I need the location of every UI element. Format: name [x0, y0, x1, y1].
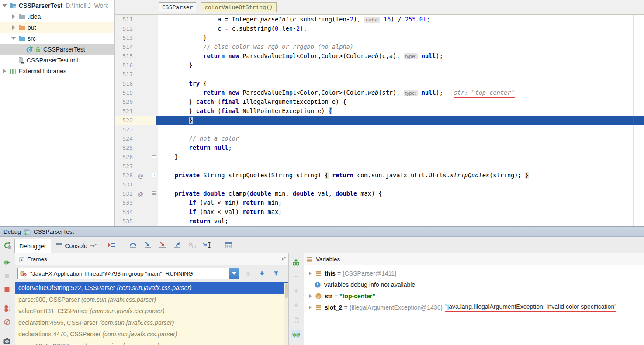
- editor-gutter[interactable]: 531: [115, 180, 158, 189]
- move-down-button[interactable]: [291, 301, 301, 310]
- editor-gutter[interactable]: 528@+: [115, 171, 158, 180]
- code-line[interactable]: 518 try {: [115, 79, 644, 88]
- code-line[interactable]: 512 c = c.substring(0,len-2);: [115, 24, 644, 33]
- tree-item-external-libraries[interactable]: External Libraries: [0, 66, 114, 76]
- code-line[interactable]: 515 return new ParsedValueImpl<Color,Col…: [115, 52, 644, 61]
- thread-dropdown-button[interactable]: [229, 268, 239, 279]
- code-line[interactable]: 513 }: [115, 33, 644, 42]
- view-breakpoints-button[interactable]: [2, 304, 12, 313]
- editor-gutter[interactable]: 525: [115, 143, 158, 152]
- variable-expand-arrow-icon[interactable]: [309, 271, 312, 276]
- editor-gutter[interactable]: 534: [115, 207, 158, 217]
- code-line[interactable]: 532@ private double clamp(double min, do…: [115, 189, 644, 198]
- code-line[interactable]: 520 } catch (final IllegalArgumentExcept…: [115, 97, 644, 107]
- variable-expand-arrow-icon[interactable]: [309, 305, 312, 310]
- code-line[interactable]: 535 return val;: [115, 217, 644, 226]
- step-out-button[interactable]: [172, 241, 183, 249]
- tree-expand-arrow-icon[interactable]: [3, 4, 7, 7]
- tree-item-cssparsertest-iml[interactable]: CSSParserTest.iml: [0, 55, 114, 66]
- tree-expand-arrow-icon[interactable]: [12, 14, 15, 19]
- frame-row[interactable]: declaration:4555, CSSParser(com.sun.java…: [15, 317, 288, 329]
- editor-gutter[interactable]: 514: [115, 42, 158, 52]
- code-line[interactable]: 516 }: [115, 61, 644, 70]
- frame-filter-button[interactable]: [271, 269, 281, 278]
- step-over-button[interactable]: [128, 241, 138, 249]
- run-to-cursor-button[interactable]: [202, 241, 212, 249]
- execution-line[interactable]: 522 }: [115, 116, 644, 125]
- editor-gutter[interactable]: 517: [115, 70, 158, 79]
- variable-row[interactable]: pstr="top-center": [304, 290, 644, 302]
- editor-gutter[interactable]: 524: [115, 134, 158, 143]
- code-line[interactable]: 524 // not a color: [115, 134, 644, 143]
- editor-gutter[interactable]: 511: [115, 15, 158, 24]
- tree-item-cssparsertest[interactable]: CCSSParserTest: [0, 44, 114, 55]
- editor-gutter[interactable]: 515: [115, 52, 158, 61]
- move-up-button[interactable]: [291, 286, 301, 295]
- debug-header[interactable]: Debug CSSParserTest: [0, 227, 644, 237]
- editor-gutter[interactable]: 527: [115, 162, 158, 171]
- show-execution-point-button[interactable]: [106, 241, 117, 249]
- tree-item-cssparsertest[interactable]: CSSParserTestD:\IntelliJ_Work: [0, 0, 114, 11]
- fold-collapse-icon[interactable]: [152, 191, 156, 195]
- thread-selector[interactable]: "JavaFX Application Thread"@793 in group…: [17, 268, 239, 279]
- frames-pin-icon[interactable]: [279, 256, 286, 262]
- code-line[interactable]: 519 return new ParsedValueImpl<Color,Col…: [115, 88, 644, 97]
- tree-expand-arrow-icon[interactable]: [11, 37, 16, 40]
- remove-watch-button[interactable]: [291, 272, 301, 281]
- frame-row[interactable]: parse:3979, CSSParser(com.sun.javafx.css…: [15, 340, 288, 345]
- editor-gutter[interactable]: 520: [115, 97, 158, 107]
- editor-gutter[interactable]: 523: [115, 125, 158, 134]
- tree-item-out[interactable]: out: [0, 22, 114, 33]
- editor-gutter[interactable]: 532@: [115, 189, 158, 198]
- editor-gutter[interactable]: 521: [115, 107, 158, 116]
- fold-expand-icon[interactable]: +: [152, 173, 156, 177]
- add-watch-button[interactable]: [291, 258, 301, 266]
- frame-row[interactable]: declarations:4470, CSSParser(com.sun.jav…: [15, 328, 288, 340]
- tree-expand-arrow-icon[interactable]: [12, 25, 15, 30]
- editor-gutter[interactable]: 513: [115, 33, 158, 42]
- breadcrumb-class[interactable]: CSSParser: [159, 2, 196, 12]
- editor-gutter[interactable]: 519: [115, 88, 158, 97]
- editor-gutter[interactable]: 512: [115, 24, 158, 33]
- code-line[interactable]: 525 return null;: [115, 143, 644, 152]
- editor-gutter[interactable]: 518: [115, 79, 158, 88]
- fold-end-icon[interactable]: [152, 155, 156, 158]
- evaluate-expression-button[interactable]: [223, 241, 234, 249]
- duplicate-button[interactable]: [291, 315, 301, 324]
- mute-breakpoints-button[interactable]: [2, 318, 12, 326]
- code-line[interactable]: 526 }: [115, 152, 644, 162]
- show-watches-button[interactable]: [291, 330, 301, 338]
- camera-button[interactable]: [2, 337, 12, 345]
- force-step-into-button[interactable]: [157, 241, 168, 249]
- editor-gutter[interactable]: 516: [115, 61, 158, 70]
- variable-row[interactable]: Variables debug info not available: [304, 279, 644, 290]
- code-line[interactable]: 528@+ private String stripQuotes(String …: [115, 171, 644, 180]
- resume-button[interactable]: [2, 259, 12, 267]
- editor-gutter[interactable]: 533: [115, 198, 158, 207]
- tab-debugger[interactable]: Debugger: [14, 239, 51, 253]
- console-pin-icon[interactable]: [90, 243, 97, 248]
- variable-expand-arrow-icon[interactable]: [309, 294, 312, 298]
- code-line[interactable]: 533 if (val < min) return min;: [115, 198, 644, 207]
- editor-gutter[interactable]: 526: [115, 152, 158, 162]
- code-line[interactable]: 527: [115, 162, 644, 171]
- tree-expand-arrow-icon[interactable]: [3, 69, 6, 73]
- code-line[interactable]: 531: [115, 180, 644, 189]
- editor-gutter[interactable]: 535: [115, 217, 158, 226]
- frame-down-button[interactable]: [257, 269, 267, 278]
- editor-gutter[interactable]: 522: [115, 116, 158, 125]
- pause-button[interactable]: [2, 272, 12, 280]
- code-line[interactable]: 534 if (max < val) return max;: [115, 207, 644, 217]
- frame-up-button[interactable]: [243, 269, 253, 278]
- tree-item--idea[interactable]: .idea: [0, 11, 114, 22]
- code-line[interactable]: 511 a = Integer.parseInt(c.substring(len…: [115, 15, 644, 24]
- step-into-button[interactable]: [142, 241, 153, 249]
- code-line[interactable]: 521 } catch (final NullPointerException …: [115, 107, 644, 116]
- drop-frame-button[interactable]: [187, 241, 197, 249]
- code-line[interactable]: 523: [115, 125, 644, 134]
- frames-scrollbar[interactable]: [284, 283, 288, 345]
- variable-row[interactable]: this={CSSParser@1411}: [304, 268, 644, 279]
- breadcrumb-method[interactable]: colorValueOfString(): [201, 2, 277, 12]
- stop-button[interactable]: [2, 285, 12, 293]
- rerun-button[interactable]: [2, 241, 13, 250]
